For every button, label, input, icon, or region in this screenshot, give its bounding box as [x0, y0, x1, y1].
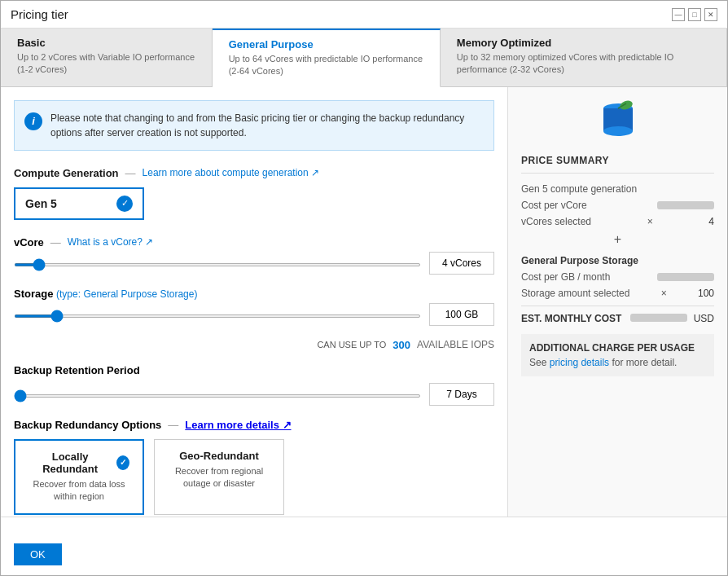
close-button[interactable]: ✕ — [704, 8, 717, 21]
window-controls: — □ ✕ — [672, 8, 717, 21]
cost-per-gb-row: Cost per GB / month — [521, 271, 714, 283]
window-title: Pricing tier — [11, 7, 68, 21]
est-monthly-currency: USD — [694, 313, 714, 324]
compute-generation-label: Compute Generation — [14, 167, 119, 179]
compute-gen-row-label: Gen 5 compute generation — [521, 183, 637, 195]
compute-learn-link[interactable]: Learn more about compute generation ↗ — [143, 167, 319, 178]
backup-redundancy-label: Backup Redundancy Options — [14, 419, 161, 431]
storage-label: Storage — [14, 288, 53, 300]
vcores-selected-value: 4 — [708, 216, 714, 227]
locally-redundant-title: Locally Redundant ✓ — [29, 451, 129, 475]
cost-per-gb-value — [657, 273, 714, 281]
info-banner-text: Please note that changing to and from th… — [50, 111, 484, 140]
compute-gen-row: Gen 5 compute generation — [521, 183, 714, 195]
compute-gen-selector[interactable]: Gen 5 ✓ — [14, 187, 144, 220]
vcores-multiply: × — [647, 216, 653, 227]
tab-memory-desc: Up to 32 memory optimized vCores with pr… — [457, 51, 710, 77]
storage-section-title: General Purpose Storage — [521, 255, 714, 266]
geo-redundant-title: Geo-Redundant — [168, 450, 270, 462]
est-monthly-label: EST. MONTHLY COST — [521, 313, 621, 324]
tab-basic-title: Basic — [17, 37, 195, 49]
additional-charge-suffix: for more detail. — [612, 357, 677, 368]
tab-general-title: General Purpose — [229, 38, 423, 51]
locally-redundant-card[interactable]: Locally Redundant ✓ Recover from data lo… — [14, 439, 144, 515]
geo-redundant-desc: Recover from regional outage or disaster — [168, 465, 270, 490]
backup-retention-section: Backup Retention Period — [14, 364, 494, 376]
storage-type-label: (type: General Purpose Storage) — [56, 288, 197, 300]
tab-general-purpose[interactable]: General Purpose Up to 64 vCores with pre… — [213, 29, 441, 87]
backup-redundancy-learn-link[interactable]: Learn more details ↗ — [185, 419, 291, 431]
tab-basic-desc: Up to 2 vCores with Variable IO performa… — [17, 51, 195, 77]
pricing-details-link[interactable]: pricing details — [550, 357, 609, 368]
vcore-slider-row: 4 vCores — [14, 252, 494, 275]
bottom-bar: OK — [1, 517, 727, 575]
compute-generation-section: Compute Generation — Learn more about co… — [14, 167, 494, 179]
tab-memory-optimized[interactable]: Memory Optimized Up to 32 memory optimiz… — [441, 29, 727, 86]
info-banner: i Please note that changing to and from … — [14, 100, 494, 151]
geo-redundant-card[interactable]: Geo-Redundant Recover from regional outa… — [154, 439, 284, 515]
tabs-row: Basic Up to 2 vCores with Variable IO pe… — [1, 29, 727, 87]
pricing-tier-window: Pricing tier — □ ✕ Basic Up to 2 vCores … — [0, 0, 728, 576]
vcore-section: vCore — What is a vCore? ↗ — [14, 236, 494, 248]
restore-button[interactable]: □ — [688, 8, 701, 21]
backup-retention-slider-row: 7 Days — [14, 383, 494, 406]
price-summary-title: PRICE SUMMARY — [521, 155, 714, 174]
locally-redundant-checkmark: ✓ — [116, 455, 129, 470]
est-monthly-value: USD — [630, 313, 714, 324]
side-panel: PRICE SUMMARY Gen 5 compute generation C… — [507, 87, 727, 517]
ok-button[interactable]: OK — [14, 543, 62, 565]
additional-charge-prefix: See — [529, 357, 546, 368]
title-bar: Pricing tier — □ ✕ — [1, 1, 727, 29]
iops-value: 300 — [393, 339, 410, 351]
storage-amount-value: 100 — [698, 288, 714, 299]
backup-retention-slider-container — [14, 388, 421, 400]
storage-slider-row: 100 GB — [14, 303, 494, 326]
storage-multiply: × — [661, 288, 667, 299]
storage-section: Storage (type: General Purpose Storage) — [14, 288, 494, 300]
compute-gen-value: Gen 5 — [25, 197, 57, 210]
additional-charge-text: See pricing details for more detail. — [529, 357, 706, 368]
database-icon — [599, 100, 638, 143]
content-area: i Please note that changing to and from … — [1, 87, 727, 517]
est-monthly-row: EST. MONTHLY COST USD — [521, 306, 714, 324]
redundancy-options: Locally Redundant ✓ Recover from data lo… — [14, 439, 494, 515]
storage-slider[interactable] — [14, 314, 421, 318]
cost-per-vcore-label: Cost per vCore — [521, 200, 587, 211]
backup-retention-value-box: 7 Days — [429, 383, 494, 406]
storage-value-box: 100 GB — [429, 303, 494, 326]
cost-per-vcore-row: Cost per vCore — [521, 200, 714, 211]
iops-suffix: available IOPS — [417, 339, 494, 350]
cost-per-gb-label: Cost per GB / month — [521, 271, 610, 283]
main-panel: i Please note that changing to and from … — [1, 87, 507, 517]
plus-divider: + — [521, 232, 714, 247]
iops-row: CAN USE UP TO 300 available IOPS — [14, 339, 494, 351]
db-icon-container — [521, 100, 714, 145]
additional-charge-title: ADDITIONAL CHARGE PER USAGE — [529, 342, 706, 354]
storage-amount-row: Storage amount selected × 100 — [521, 288, 714, 299]
cost-per-vcore-value — [657, 201, 714, 209]
vcore-learn-link[interactable]: What is a vCore? ↗ — [68, 236, 153, 248]
info-icon: i — [24, 112, 42, 130]
locally-redundant-desc: Recover from data loss within region — [29, 478, 129, 503]
tab-basic[interactable]: Basic Up to 2 vCores with Variable IO pe… — [1, 29, 213, 86]
vcores-selected-row: vCores selected × 4 — [521, 216, 714, 227]
minimize-button[interactable]: — — [672, 8, 685, 21]
tab-memory-title: Memory Optimized — [457, 37, 710, 49]
backup-redundancy-section: Backup Redundancy Options — Learn more d… — [14, 419, 494, 431]
backup-retention-slider[interactable] — [14, 394, 421, 398]
vcore-value-box: 4 vCores — [429, 252, 494, 275]
compute-gen-checkmark: ✓ — [116, 196, 133, 212]
storage-slider-container — [14, 308, 421, 320]
tab-general-desc: Up to 64 vCores with predictable IO perf… — [229, 53, 423, 78]
vcore-slider[interactable] — [14, 263, 421, 266]
vcores-selected-label: vCores selected — [521, 216, 591, 227]
vcore-slider-container — [14, 257, 421, 269]
svg-point-2 — [603, 126, 633, 136]
est-monthly-blurred — [630, 314, 687, 322]
backup-retention-label: Backup Retention Period — [14, 364, 140, 376]
iops-prefix: CAN USE UP TO — [317, 340, 386, 350]
additional-charge-box: ADDITIONAL CHARGE PER USAGE See pricing … — [521, 334, 714, 376]
storage-amount-label: Storage amount selected — [521, 288, 629, 299]
vcore-label: vCore — [14, 236, 44, 248]
